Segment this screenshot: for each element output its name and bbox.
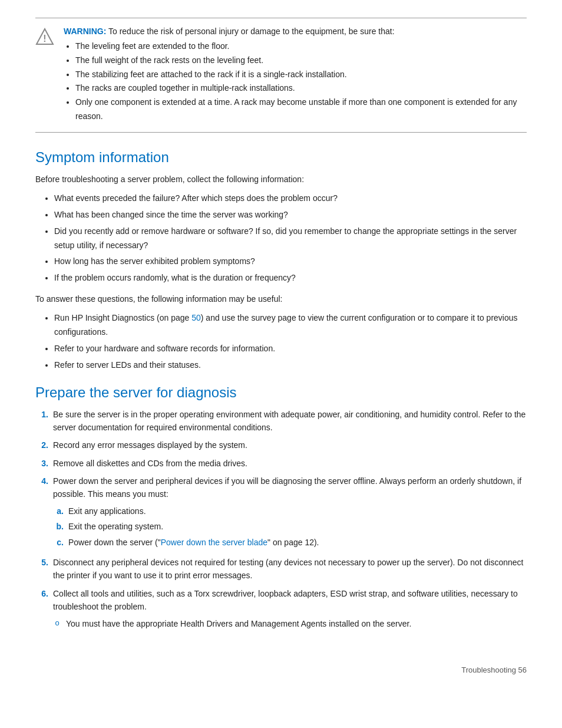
step-number: 1. [35, 408, 48, 434]
step-number: 3. [35, 457, 48, 470]
list-item: Refer to your hardware and software reco… [54, 342, 527, 356]
prepare-step-5: 5. Disconnect any peripheral devices not… [35, 556, 527, 582]
prepare-step-6: 6. Collect all tools and utilities, such… [35, 587, 527, 630]
list-item: Run HP Insight Diagnostics (on page 50) … [54, 311, 527, 340]
prepare-step-3: 3. Remove all diskettes and CDs from the… [35, 457, 527, 470]
insight-diagnostics-link[interactable]: 50 [191, 313, 201, 322]
symptom-section: Symptom information Before troubleshooti… [35, 149, 527, 373]
warning-label: WARNING: [64, 27, 106, 36]
sub-sub-step-o: o You must have the appropriate Health D… [53, 617, 527, 630]
sub-step-a: a. Exit any applications. [53, 505, 527, 518]
step-number: 5. [35, 556, 48, 582]
warning-box: ! WARNING: To reduce the risk of persona… [35, 18, 527, 133]
step-content: Collect all tools and utilities, such as… [53, 587, 527, 630]
sub-step-text: Exit the operating system. [68, 520, 163, 533]
symptom-questions-list: What events preceded the failure? After … [54, 192, 527, 285]
list-item: The stabilizing feet are attached to the… [75, 68, 527, 82]
list-item: The full weight of the rack rests on the… [75, 54, 527, 68]
warning-list: The leveling feet are extended to the fl… [75, 39, 527, 124]
footer-text: Troubleshooting 56 [461, 666, 527, 674]
sub-sub-text: You must have the appropriate Health Dri… [66, 617, 411, 630]
step-number: 4. [35, 475, 48, 551]
symptom-answer-intro: To answer these questions, the following… [35, 292, 527, 305]
list-item: Did you recently add or remove hardware … [54, 225, 527, 253]
prepare-step-4: 4. Power down the server and peripheral … [35, 475, 527, 551]
step-content: Be sure the server is in the proper oper… [53, 408, 527, 434]
step-text: Power down the server and peripheral dev… [53, 476, 521, 499]
list-item: What has been changed since the time the… [54, 208, 527, 222]
list-item: How long has the server exhibited proble… [54, 255, 527, 269]
prepare-step-2: 2. Record any error messages displayed b… [35, 439, 527, 452]
prepare-heading: Prepare the server for diagnosis [35, 384, 527, 401]
list-item: The racks are coupled together in multip… [75, 81, 527, 95]
step-content: Record any error messages displayed by t… [53, 439, 527, 452]
prepare-steps-list: 1. Be sure the server is in the proper o… [35, 408, 527, 630]
page-footer: Troubleshooting 56 [35, 666, 527, 674]
list-item: If the problem occurs randomly, what is … [54, 271, 527, 285]
warning-intro: To reduce the risk of personal injury or… [108, 27, 395, 36]
list-item: Refer to server LEDs and their statuses. [54, 358, 527, 373]
sub-step-text: Power down the server ("Power down the s… [68, 536, 319, 549]
sub-sub-label: o [53, 617, 61, 630]
list-item: Only one component is extended at a time… [75, 95, 527, 124]
step-number: 6. [35, 587, 48, 630]
prepare-section: Prepare the server for diagnosis 1. Be s… [35, 384, 527, 630]
list-item: The leveling feet are extended to the fl… [75, 39, 527, 54]
prepare-step-1: 1. Be sure the server is in the proper o… [35, 408, 527, 434]
sub-step-c: c. Power down the server ("Power down th… [53, 536, 527, 549]
svg-text:!: ! [43, 34, 46, 44]
list-item: What events preceded the failure? After … [54, 192, 527, 206]
sub-step-label: c. [53, 536, 64, 549]
symptom-answers-list: Run HP Insight Diagnostics (on page 50) … [54, 311, 527, 372]
sub-step-label: b. [53, 520, 64, 533]
sub-step-label: a. [53, 505, 64, 518]
sub-step-text: Exit any applications. [68, 505, 146, 518]
sub-step-b: b. Exit the operating system. [53, 520, 527, 533]
warning-content: WARNING: To reduce the risk of personal … [64, 27, 527, 124]
step-text: Collect all tools and utilities, such as… [53, 589, 518, 611]
answer-text-before: Run HP Insight Diagnostics (on page [54, 313, 191, 322]
power-down-link[interactable]: Power down the server blade [161, 538, 267, 547]
step-content: Remove all diskettes and CDs from the me… [53, 457, 527, 470]
sub-sub-steps-list: o You must have the appropriate Health D… [53, 617, 527, 630]
step-number: 2. [35, 439, 48, 452]
symptom-intro: Before troubleshooting a server problem,… [35, 173, 527, 186]
sub-steps-list: a. Exit any applications. b. Exit the op… [53, 505, 527, 549]
step-content: Disconnect any peripheral devices not re… [53, 556, 527, 582]
symptom-heading: Symptom information [35, 149, 527, 166]
step-content: Power down the server and peripheral dev… [53, 475, 527, 551]
warning-icon: ! [35, 28, 54, 47]
